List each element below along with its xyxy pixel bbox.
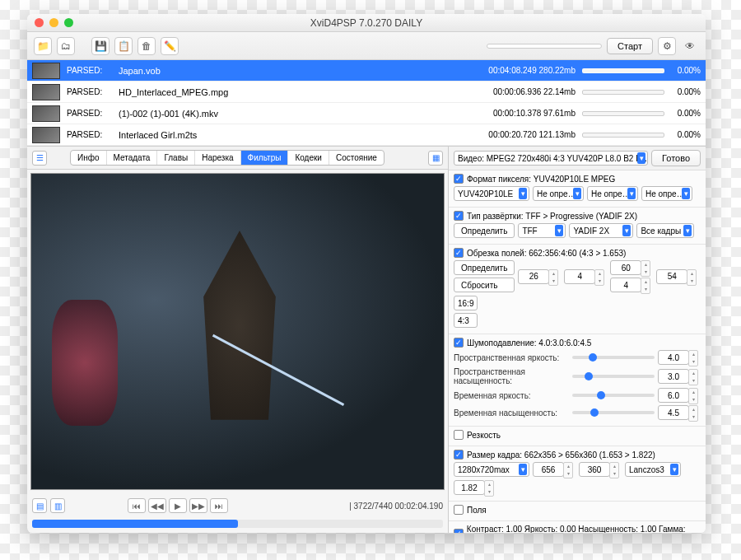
tab-5[interactable]: Кодеки <box>288 151 329 165</box>
crop-right[interactable]: 4 <box>564 269 595 284</box>
eye-icon[interactable]: 👁 <box>681 37 699 55</box>
file-row[interactable]: PARSED:Interlaced Girl.m2ts00:00:20.720 … <box>27 124 706 146</box>
crop-left[interactable]: 26 <box>518 269 549 284</box>
main-area: ☰ ИнфоМетадатаГлавыНарезкаФильтрыКодекиС… <box>27 147 706 533</box>
file-progress <box>582 68 664 73</box>
denoise-r3-value[interactable]: 6.0 <box>658 388 689 403</box>
play-icon[interactable]: ▶ <box>169 498 187 513</box>
resize-h[interactable]: 360 <box>579 462 610 477</box>
file-thumb-icon <box>32 105 60 122</box>
expand-icon[interactable]: ▦ <box>428 151 443 166</box>
left-panel: ☰ ИнфоМетадатаГлавыНарезкаФильтрыКодекиС… <box>27 147 449 533</box>
section-scan: ✓Тип развёртки: TFF > Progressive (YADIF… <box>449 208 706 245</box>
gear-icon[interactable]: ⚙ <box>658 37 676 55</box>
file-name: (1)-002 (1)-001 (4K).mkv <box>119 109 437 119</box>
denoise-r3-slider[interactable] <box>572 394 655 397</box>
ready-button[interactable]: Готово <box>651 150 701 166</box>
scan-detect-button[interactable]: Определить <box>454 223 515 238</box>
resize-par[interactable]: 1.82 <box>454 480 485 495</box>
file-thumb-icon <box>32 84 60 100</box>
save-icon[interactable]: 💾 <box>91 37 110 55</box>
pixfmt-select[interactable]: YUV420P10LE <box>454 186 529 201</box>
fields-checkbox[interactable]: ✓ <box>454 505 464 515</box>
file-thumb-icon <box>32 63 60 79</box>
aspect-43-button[interactable]: 4:3 <box>454 313 478 328</box>
app-window: XviD4PSP 7.0.270 DAILY 📁 🗂 💾 📋 🗑 ✏️ Стар… <box>27 14 706 533</box>
file-time: 00:00:20.720 121.13mb <box>444 130 576 139</box>
resize-w[interactable]: 656 <box>533 462 564 477</box>
section-fields: ✓Поля <box>449 502 706 521</box>
crop-detect-button[interactable]: Определить <box>454 260 515 275</box>
scan-tff-select[interactable]: TFF <box>518 223 566 238</box>
resize-preset-select[interactable]: 1280x720max <box>454 462 529 477</box>
crop-reset-button[interactable]: Сбросить <box>454 278 515 292</box>
video-stream-select[interactable]: Видео: MPEG2 720x480i 4:3 YUV420P L8.0 B… <box>454 151 648 166</box>
file-progress <box>582 133 664 138</box>
denoise-checkbox[interactable]: ✓ <box>454 338 464 348</box>
edit-icon[interactable]: ✏️ <box>161 37 179 55</box>
file-name: Interlaced Girl.m2ts <box>119 130 437 140</box>
step-back-icon[interactable]: ◀◀ <box>148 498 166 513</box>
file-percent: 0.00% <box>671 109 701 118</box>
file-time: 00:00:10.378 97.61mb <box>444 109 576 118</box>
pixfmt-checkbox[interactable]: ✓ <box>454 174 464 184</box>
tab-0[interactable]: Инфо <box>71 151 107 165</box>
open-icon[interactable]: 📁 <box>34 37 52 55</box>
section-crop: ✓Обрезка полей: 662:356:4:60 (4:3 > 1.65… <box>449 245 706 334</box>
window-title: XviD4PSP 7.0.270 DAILY <box>27 17 706 29</box>
pixfmt-o2[interactable]: Не опре… <box>587 186 638 201</box>
crop-checkbox[interactable]: ✓ <box>454 248 464 258</box>
delete-icon[interactable]: 🗑 <box>137 37 156 55</box>
video-preview[interactable] <box>30 173 445 490</box>
resize-alg-select[interactable]: Lanczos3 <box>625 462 681 477</box>
sharp-title: Резкость <box>467 431 501 440</box>
list-icon[interactable]: ☰ <box>32 151 47 166</box>
file-status: PARSED: <box>67 130 112 139</box>
crop-bottom[interactable]: 4 <box>610 278 641 292</box>
resize-checkbox[interactable]: ✓ <box>454 450 464 460</box>
color-checkbox[interactable]: ✓ <box>454 529 464 533</box>
pixfmt-o3[interactable]: Не опре… <box>641 186 692 201</box>
file-status: PARSED: <box>67 109 112 118</box>
crop-v5[interactable]: 54 <box>656 269 687 284</box>
file-row[interactable]: PARSED:HD_Interlaced_MPEG.mpg00:00:06.93… <box>27 82 706 103</box>
file-percent: 0.00% <box>671 66 701 75</box>
sharp-checkbox[interactable]: ✓ <box>454 430 464 440</box>
step-fwd-icon[interactable]: ▶▶ <box>189 498 207 513</box>
denoise-r4-slider[interactable] <box>572 411 655 414</box>
denoise-r3-label: Временная яркость: <box>454 391 569 400</box>
file-thumb-icon <box>32 127 60 143</box>
tab-6[interactable]: Состояние <box>329 151 384 165</box>
copy-icon[interactable]: 📋 <box>114 37 133 55</box>
denoise-r2-value[interactable]: 3.0 <box>658 369 689 384</box>
view1-icon[interactable]: ▤ <box>32 498 47 513</box>
denoise-r4-value[interactable]: 4.5 <box>658 405 689 420</box>
file-row[interactable]: PARSED:Japan.vob00:04:08.249 280.22mb0.0… <box>27 60 706 82</box>
section-pixfmt: ✓Формат пикселя: YUV420P10LE MPEG YUV420… <box>449 170 706 208</box>
scan-frames-select[interactable]: Все кадры <box>636 223 694 238</box>
open2-icon[interactable]: 🗂 <box>57 37 75 55</box>
aspect-169-button[interactable]: 16:9 <box>454 296 478 310</box>
skip-end-icon[interactable]: ⏭ <box>210 498 228 513</box>
tab-2[interactable]: Главы <box>157 151 195 165</box>
right-header: Видео: MPEG2 720x480i 4:3 YUV420P L8.0 B… <box>449 147 706 170</box>
section-resize: ✓Размер кадра: 662x356 > 656x360 (1.653 … <box>449 446 706 502</box>
tab-1[interactable]: Метадата <box>107 151 158 165</box>
section-sharp: ✓Резкость <box>449 427 706 446</box>
tab-4[interactable]: Фильтры <box>241 151 289 165</box>
denoise-r2-slider[interactable] <box>572 375 655 378</box>
scan-checkbox[interactable]: ✓ <box>454 211 464 221</box>
denoise-r1-value[interactable]: 4.0 <box>658 350 689 365</box>
view2-icon[interactable]: ▥ <box>50 498 65 513</box>
pixfmt-o1[interactable]: Не опре… <box>533 186 584 201</box>
scan-method-select[interactable]: YADIF 2X <box>569 223 633 238</box>
section-denoise: ✓Шумоподавление: 4.0:3.0:6.0:4.5 Простра… <box>449 334 706 427</box>
file-row[interactable]: PARSED:(1)-002 (1)-001 (4K).mkv00:00:10.… <box>27 103 706 124</box>
denoise-r1-slider[interactable] <box>572 356 655 359</box>
crop-top[interactable]: 60 <box>610 260 641 275</box>
skip-start-icon[interactable]: ⏮ <box>128 498 146 513</box>
seek-bar[interactable] <box>32 520 443 528</box>
tab-3[interactable]: Нарезка <box>195 151 240 165</box>
start-button[interactable]: Старт <box>607 38 653 54</box>
resize-title: Размер кадра: 662x356 > 656x360 (1.653 >… <box>467 450 655 460</box>
